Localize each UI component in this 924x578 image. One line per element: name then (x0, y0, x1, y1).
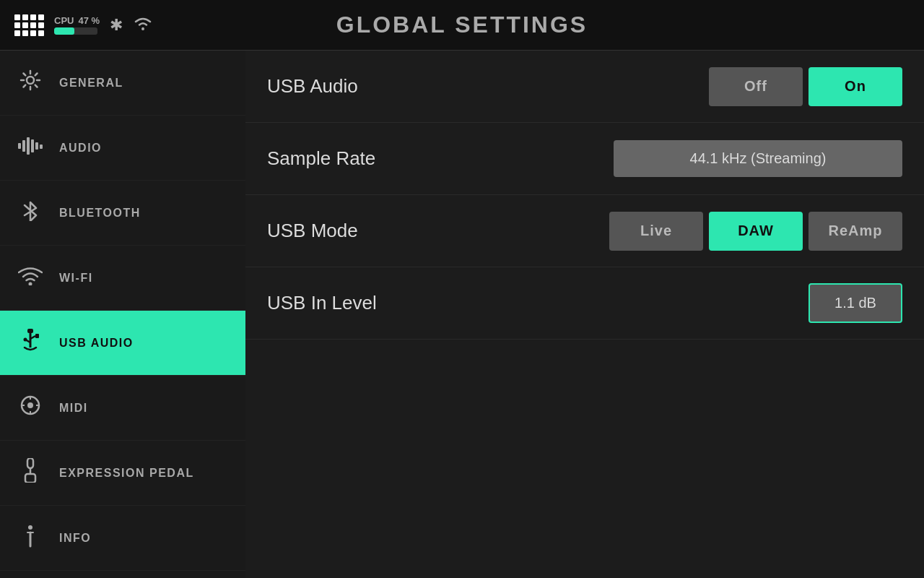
svg-rect-5 (31, 139, 34, 152)
bluetooth-icon: ✱ (110, 16, 123, 35)
usb-audio-controls: Off On (709, 67, 902, 106)
sidebar-item-bluetooth[interactable]: BLUETOOTH (0, 181, 245, 246)
sidebar-item-bluetooth-label: BLUETOOTH (59, 207, 141, 220)
wifi-sidebar-icon (17, 265, 43, 290)
audio-icon (17, 136, 43, 160)
usb-audio-row: USB Audio Off On (245, 51, 924, 123)
usb-audio-off-button[interactable]: Off (709, 67, 803, 106)
sidebar-item-info-label: INFO (59, 532, 91, 545)
svg-rect-9 (27, 329, 33, 333)
sidebar-item-wifi[interactable]: WI-FI (0, 246, 245, 311)
sample-rate-label: Sample Rate (267, 147, 375, 170)
svg-rect-3 (22, 140, 25, 152)
bluetooth-sidebar-icon (17, 199, 43, 226)
sidebar-item-audio-label: AUDIO (59, 142, 102, 155)
topbar-center: GLOBAL SETTINGS (173, 12, 751, 38)
svg-rect-12 (35, 334, 39, 338)
cpu-bar (54, 27, 97, 35)
svg-point-24 (28, 525, 32, 530)
sidebar-item-midi-label: MIDI (59, 402, 88, 415)
cpu-label-text: CPU (54, 15, 74, 26)
gear-icon (17, 69, 43, 96)
usb-mode-daw-button[interactable]: DAW (709, 212, 803, 251)
svg-rect-4 (27, 137, 30, 155)
sidebar-item-wifi-label: WI-FI (59, 272, 93, 285)
wifi-icon (133, 15, 153, 35)
usb-audio-on-button[interactable]: On (808, 67, 902, 106)
sidebar-item-midi[interactable]: MIDI (0, 376, 245, 441)
pedal-icon (17, 458, 43, 488)
usb-mode-label: USB Mode (267, 220, 358, 242)
usb-in-level-row: USB In Level 1.1 dB (245, 267, 924, 340)
sidebar-item-usb-audio-label: USB AUDIO (59, 337, 134, 350)
usb-audio-label: USB Audio (267, 75, 358, 98)
usb-mode-live-button[interactable]: Live (609, 212, 703, 251)
sidebar-item-usb-audio[interactable]: USB AUDIO (0, 311, 245, 376)
cpu-indicator: CPU 47 % (54, 15, 100, 35)
svg-rect-23 (25, 474, 35, 483)
main-layout: GENERAL AUDIO B (0, 51, 924, 578)
sample-rate-display[interactable]: 44.1 kHz (Streaming) (614, 140, 902, 177)
usb-icon (17, 329, 43, 357)
content-area: USB Audio Off On Sample Rate 44.1 kHz (S… (245, 51, 924, 578)
usb-mode-reamp-button[interactable]: ReAmp (808, 212, 902, 251)
topbar-left: CPU 47 % ✱ (14, 14, 173, 36)
usb-in-level-display[interactable]: 1.1 dB (808, 283, 902, 323)
usb-mode-controls: Live DAW ReAmp (609, 212, 902, 251)
usb-in-level-controls: 1.1 dB (808, 283, 902, 323)
sidebar-item-audio[interactable]: AUDIO (0, 116, 245, 181)
cpu-percent: 47 % (78, 15, 100, 26)
sidebar-item-expression-pedal-label: EXPRESSION PEDAL (59, 467, 194, 480)
svg-point-1 (27, 77, 34, 84)
sidebar-item-info[interactable]: INFO (0, 506, 245, 571)
sidebar-item-expression-pedal[interactable]: EXPRESSION PEDAL (0, 441, 245, 506)
page-title: GLOBAL SETTINGS (336, 12, 588, 38)
svg-point-8 (29, 282, 32, 286)
usb-in-level-label: USB In Level (267, 292, 377, 314)
info-icon (17, 523, 43, 553)
topbar: CPU 47 % ✱ GLOBAL SETTINGS (0, 0, 924, 51)
cpu-bar-fill (54, 27, 74, 35)
svg-rect-2 (18, 143, 21, 149)
svg-rect-21 (27, 458, 33, 468)
sidebar: GENERAL AUDIO B (0, 51, 245, 578)
svg-point-14 (24, 338, 27, 342)
sidebar-item-general[interactable]: GENERAL (0, 51, 245, 116)
svg-rect-6 (35, 142, 38, 150)
midi-icon (17, 394, 43, 421)
usb-mode-row: USB Mode Live DAW ReAmp (245, 195, 924, 267)
grid-icon[interactable] (14, 14, 44, 36)
svg-point-0 (141, 27, 144, 30)
sidebar-item-general-label: GENERAL (59, 77, 123, 90)
sample-rate-row: Sample Rate 44.1 kHz (Streaming) (245, 123, 924, 195)
svg-rect-7 (40, 144, 43, 149)
sample-rate-controls: 44.1 kHz (Streaming) (614, 140, 902, 177)
svg-point-16 (27, 402, 33, 408)
